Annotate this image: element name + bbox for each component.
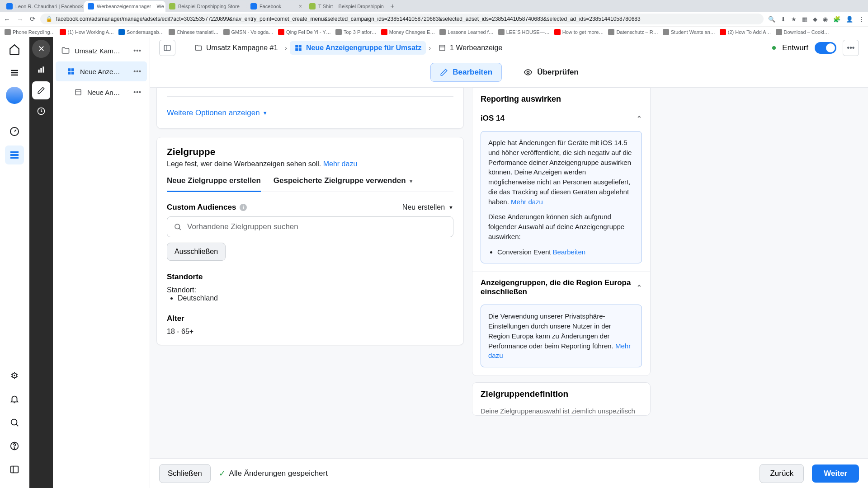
edit-link[interactable]: Bearbeiten — [553, 248, 586, 256]
global-nav-rail: ⚙ — [0, 37, 29, 488]
star-icon[interactable]: ★ — [791, 16, 797, 23]
avatar[interactable] — [6, 87, 23, 104]
profile-icon[interactable]: 👤 — [846, 16, 853, 23]
bookmark[interactable]: GMSN - Vologda… — [223, 29, 274, 35]
bookmark[interactable]: Student Wants an… — [663, 29, 715, 35]
more-icon[interactable]: ••• — [133, 47, 142, 54]
menu-icon[interactable]: ⋮ — [859, 16, 864, 23]
audience-tabs: Neue Zielgruppe erstellen Gespeicherte Z… — [167, 176, 453, 192]
europe-accordion-header[interactable]: Anzeigengruppen, die die Region Europa e… — [472, 272, 650, 303]
home-icon[interactable] — [5, 40, 24, 59]
ads-table-icon[interactable] — [5, 145, 24, 164]
caret-down-icon: ▼ — [409, 178, 414, 184]
bookmark[interactable]: Download – Cooki… — [776, 29, 829, 35]
svg-rect-23 — [164, 45, 170, 51]
learn-more-link[interactable]: Mehr dazu — [511, 198, 543, 206]
bookmark[interactable]: Money Changes E… — [381, 29, 435, 35]
audience-search-input[interactable]: Vorhandene Zielgruppen suchen — [167, 216, 453, 237]
exclude-button[interactable]: Ausschließen — [167, 243, 226, 261]
bookmark[interactable]: Datenschutz – R… — [608, 29, 658, 35]
breadcrumb-adset[interactable]: Neue Anzeigengruppe für Umsatz — [290, 41, 426, 55]
browser-tab[interactable]: Leon R. Chaudhari | Facebook× — [3, 1, 84, 12]
svg-rect-21 — [75, 89, 81, 95]
ios14-warning: Apple hat Änderungen für Geräte mit iOS … — [481, 131, 642, 263]
extension-icon[interactable]: ◉ — [823, 16, 828, 23]
close-icon[interactable]: × — [299, 3, 302, 9]
age-value: 18 - 65+ — [167, 328, 453, 336]
tab-edit[interactable]: Bearbeiten — [430, 63, 502, 82]
definition-body: Deine Zielgruppenauswahl ist ziemlich un… — [481, 407, 635, 415]
url-input[interactable]: 🔒 facebook.com/adsmanager/manage/adsets/… — [40, 14, 764, 24]
status-toggle[interactable] — [815, 42, 836, 54]
more-actions-button[interactable]: ••• — [843, 40, 859, 56]
bookmark[interactable]: Chinese translati… — [169, 29, 219, 35]
svg-rect-27 — [295, 48, 298, 51]
browser-tab[interactable]: Facebook× — [247, 1, 306, 12]
status-label: Entwurf — [782, 43, 808, 52]
bookmark[interactable]: LEE´S HOUSE—… — [498, 29, 550, 35]
svg-rect-15 — [42, 66, 44, 72]
svg-line-8 — [16, 424, 19, 427]
footer-action-bar: Schließen ✓ Alle Änderungen gespeichert … — [150, 458, 868, 488]
zoom-icon[interactable]: 🔍 — [768, 16, 775, 23]
download-icon[interactable]: ⬇ — [781, 16, 786, 23]
reporting-heading: Reporting auswirken — [472, 88, 650, 108]
grid-icon — [66, 67, 75, 76]
tree-item-campaign[interactable]: Umsatz Kam… ••• — [56, 41, 147, 61]
close-button[interactable]: Schließen — [159, 464, 211, 483]
more-icon[interactable]: ••• — [133, 89, 142, 96]
bookmark[interactable]: Phone Recycling… — [5, 29, 55, 35]
bookmark[interactable]: Lessons Learned f… — [439, 29, 494, 35]
browser-chrome: Leon R. Chaudhari | Facebook× Werbeanzei… — [0, 0, 868, 26]
browser-tab[interactable]: Beispiel Dropshipping Store –× — [165, 1, 247, 12]
breadcrumb-campaign[interactable]: Umsatz Kampagne #1 — [190, 41, 282, 55]
bookmark[interactable]: (2) How To Add A… — [720, 29, 771, 35]
gear-icon[interactable]: ⚙ — [5, 366, 24, 385]
nav-reload-icon[interactable]: ⟳ — [30, 15, 36, 23]
reporting-card: Reporting auswirken iOS 14 ⌃ Apple hat Ä… — [472, 88, 651, 376]
gauge-icon[interactable] — [5, 122, 24, 141]
tab-review[interactable]: Überprüfen — [514, 63, 588, 82]
nav-forward-icon[interactable]: → — [17, 15, 24, 23]
browser-tab[interactable]: T-Shirt – Beispiel Dropshippin× — [306, 1, 387, 12]
bell-icon[interactable] — [5, 389, 24, 408]
help-icon[interactable] — [5, 436, 24, 455]
svg-rect-29 — [439, 45, 445, 51]
collapse-icon[interactable] — [5, 460, 24, 479]
search-icon[interactable] — [5, 413, 24, 432]
bookmark[interactable]: Top 3 Platfor… — [335, 29, 377, 35]
history-icon[interactable] — [32, 102, 50, 120]
ios14-accordion-header[interactable]: iOS 14 ⌃ — [472, 108, 650, 129]
svg-point-7 — [11, 419, 17, 425]
extension-icon[interactable]: ◆ — [813, 16, 817, 23]
more-options-link[interactable]: Weitere Optionen anzeigen ▼ — [167, 108, 453, 117]
location-line: Standort: — [167, 286, 453, 294]
browser-tab-active[interactable]: Werbeanzeigenmanager – We× — [84, 1, 165, 12]
tab-new-audience[interactable]: Neue Zielgruppe erstellen — [167, 176, 261, 192]
close-editor-button[interactable]: ✕ — [32, 40, 50, 58]
tree-item-adset[interactable]: Neue Anze… ••• — [56, 61, 147, 81]
pencil-icon[interactable] — [32, 81, 50, 99]
next-button[interactable]: Weiter — [812, 465, 859, 483]
learn-more-link[interactable]: Mehr dazu — [323, 160, 358, 168]
tree-item-ad[interactable]: Neue An… ••• — [56, 82, 147, 102]
more-icon[interactable]: ••• — [133, 68, 142, 75]
check-icon: ✓ — [219, 469, 226, 479]
info-icon[interactable]: i — [240, 204, 247, 211]
breadcrumb-ad[interactable]: 1 Werbeanzeige — [434, 41, 507, 55]
nav-back-icon[interactable]: ← — [4, 15, 10, 23]
extension-icon[interactable]: 🧩 — [833, 16, 840, 23]
bookmark[interactable]: Qing Fei De Yi - Y… — [278, 29, 331, 35]
create-new-button[interactable]: Neu erstellen ▼ — [402, 203, 453, 211]
bookmark[interactable]: How to get more… — [554, 29, 604, 35]
back-button[interactable]: Zurück — [760, 464, 804, 483]
bookmark[interactable]: (1) How Working A… — [60, 29, 114, 35]
tab-saved-audience[interactable]: Gespeicherte Zielgruppe verwenden▼ — [274, 176, 414, 192]
chart-icon[interactable] — [32, 61, 50, 79]
extension-icon[interactable]: ▦ — [802, 16, 807, 23]
custom-audiences-label: Custom Audiences i — [167, 203, 247, 212]
bookmark[interactable]: Sonderausgab… — [118, 29, 164, 35]
new-tab-button[interactable]: + — [387, 1, 398, 12]
panel-toggle-button[interactable] — [159, 40, 175, 56]
menu-icon[interactable] — [5, 63, 24, 82]
